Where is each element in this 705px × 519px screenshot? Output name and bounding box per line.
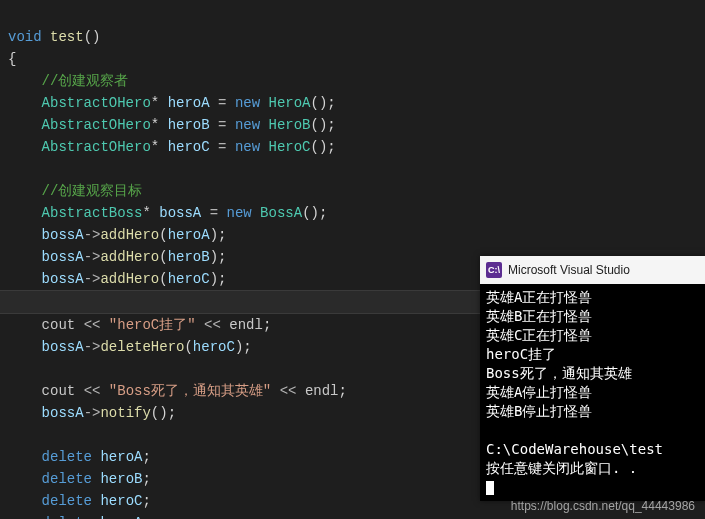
console-titlebar[interactable]: C:\ Microsoft Visual Studio: [480, 256, 705, 284]
code-line: [8, 161, 16, 177]
cursor-icon: [486, 481, 494, 495]
console-window[interactable]: C:\ Microsoft Visual Studio 英雄A正在打怪兽 英雄B…: [480, 256, 705, 501]
code-line: [8, 427, 16, 443]
code-line: delete bossA;: [8, 515, 151, 519]
code-line: [8, 361, 16, 377]
code-line: bossA->addHero(heroB);: [8, 249, 226, 265]
code-line: bossA->addHero(heroC);: [8, 271, 226, 287]
code-line: delete heroB;: [8, 471, 151, 487]
code-line: cout << "heroC挂了" << endl;: [8, 317, 271, 333]
code-line: bossA->addHero(heroA);: [8, 227, 226, 243]
code-line: AbstractOHero* heroA = new HeroA();: [8, 95, 336, 111]
console-title: Microsoft Visual Studio: [508, 263, 630, 277]
code-line: //创建观察者: [8, 73, 128, 89]
code-line: cout << "Boss死了，通知其英雄" << endl;: [8, 383, 347, 399]
watermark-text: https://blog.csdn.net/qq_44443986: [511, 499, 695, 513]
code-line: void test(): [8, 29, 100, 45]
code-line: AbstractOHero* heroC = new HeroC();: [8, 139, 336, 155]
code-line: //创建观察目标: [8, 183, 142, 199]
code-line: AbstractOHero* heroB = new HeroB();: [8, 117, 336, 133]
code-line: delete heroC;: [8, 493, 151, 509]
vs-icon: C:\: [486, 262, 502, 278]
console-output: 英雄A正在打怪兽 英雄B正在打怪兽 英雄C正在打怪兽 heroC挂了 Boss死…: [480, 284, 705, 501]
code-line: {: [8, 51, 16, 67]
code-line: bossA->deleteHero(heroC);: [8, 339, 252, 355]
code-line: bossA->notify();: [8, 405, 176, 421]
code-line: delete heroA;: [8, 449, 151, 465]
code-line: AbstractBoss* bossA = new BossA();: [8, 205, 327, 221]
